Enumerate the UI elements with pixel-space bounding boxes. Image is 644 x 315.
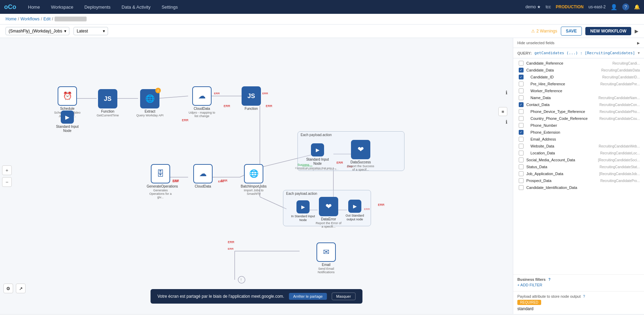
- help-icon[interactable]: ?: [622, 3, 629, 10]
- field-checkbox[interactable]: [519, 137, 524, 142]
- cloud-icon1: ☁: [198, 92, 206, 101]
- user-label[interactable]: demo ★: [526, 4, 541, 9]
- workflow-canvas-area[interactable]: + − ERR ERR ERR ERR ER: [0, 38, 513, 314]
- node-standard-input3[interactable]: ▶ In Standard Input Node: [289, 200, 317, 222]
- business-filters-label: Business filters ?: [517, 277, 640, 281]
- field-row[interactable]: Candidate_Identification_Data: [513, 184, 644, 191]
- workflow-selector[interactable]: (SmashFly)_(Workday)_Jobs ▾: [6, 27, 69, 35]
- node-out[interactable]: ▶ Out Standard output node: [341, 200, 369, 221]
- node-func1-label: Function: [245, 107, 258, 111]
- field-row[interactable]: Name_DataRecruitingCandidateNam...: [513, 94, 644, 101]
- filter-icon[interactable]: ≡: [498, 107, 507, 116]
- err-label5: ERR: [221, 179, 227, 182]
- js-icon2: JS: [247, 93, 255, 100]
- stop-sharing-button[interactable]: Arrêter le partage: [289, 293, 327, 300]
- field-checkbox[interactable]: [519, 109, 524, 114]
- version-label: Latest: [77, 29, 88, 34]
- field-checkbox[interactable]: ✓: [519, 130, 524, 135]
- business-filters-section: Business filters ? + ADD FILTER: [513, 274, 644, 291]
- field-checkbox[interactable]: [519, 171, 524, 176]
- nav-data-activity[interactable]: Data & Activity: [119, 3, 153, 11]
- node-data-success[interactable]: ❤ DataSuccess Report the Success of a sp…: [347, 140, 374, 171]
- field-row[interactable]: Candidate_ReferenceRecruitingCandi...: [513, 60, 644, 67]
- field-row[interactable]: Website_DataRecruitingCandidateWeb...: [513, 143, 644, 150]
- field-checkbox[interactable]: [519, 116, 524, 121]
- node-generate-ops[interactable]: 🗄 GenerateOperations Generates Operation…: [147, 164, 174, 199]
- field-row[interactable]: Pre_Hire_ReferenceRecruitingCandidatePre…: [513, 80, 644, 87]
- node-data-error[interactable]: ❤ DataError Report the Error of a specif…: [315, 197, 342, 228]
- hide-button[interactable]: Masquer: [332, 293, 355, 300]
- field-row[interactable]: Job_Application_Data[RecruitingCandidate…: [513, 170, 644, 177]
- warnings-badge[interactable]: ⚠ 2 Warnings: [531, 29, 557, 34]
- field-checkbox[interactable]: ✓: [519, 75, 524, 79]
- nav-settings[interactable]: Settings: [159, 3, 180, 11]
- node-function1[interactable]: JS Function: [242, 86, 261, 111]
- field-row[interactable]: Location_DataRecruitingCandidateLoc...: [513, 150, 644, 156]
- field-row[interactable]: Country_Phone_Code_ReferenceRecruitingCa…: [513, 115, 644, 122]
- user-icon[interactable]: 👤: [611, 4, 617, 10]
- field-row[interactable]: Email_Address: [513, 136, 644, 143]
- field-row[interactable]: Prospect_DataRecruitingCandidatePro...: [513, 177, 644, 184]
- field-row[interactable]: Worker_Reference: [513, 87, 644, 94]
- workflow-dropdown-icon: ▾: [64, 29, 66, 34]
- field-checkbox[interactable]: ✓: [519, 102, 524, 107]
- field-checkbox[interactable]: [519, 82, 524, 86]
- field-name-label: Social_Media_Account_Data: [526, 158, 595, 162]
- info-icon1[interactable]: ℹ: [506, 90, 507, 95]
- nav-home[interactable]: Home: [26, 3, 42, 11]
- payload-help-icon[interactable]: ?: [583, 295, 585, 298]
- node-standard-input1[interactable]: ▶ Standard Input Node: [53, 111, 81, 133]
- expand-icon[interactable]: ▶: [635, 28, 638, 34]
- node-get-current-time[interactable]: JS Function GetCurrentTime: [97, 89, 119, 117]
- node-standard-input2[interactable]: ▶ Standard Input Node: [304, 143, 331, 166]
- field-checkbox[interactable]: [519, 123, 524, 128]
- version-selector[interactable]: Latest ▾: [74, 27, 108, 35]
- field-row[interactable]: Status_DataRecruitingCandidateStat...: [513, 163, 644, 170]
- field-row[interactable]: Phone_Device_Type_ReferenceRecruitingCan…: [513, 108, 644, 115]
- save-button[interactable]: SAVE: [561, 27, 582, 36]
- breadcrumb-home[interactable]: Home: [6, 17, 17, 21]
- field-checkbox[interactable]: [519, 144, 524, 149]
- zoom-in-button[interactable]: +: [2, 165, 12, 175]
- field-checkbox[interactable]: [519, 164, 524, 169]
- play-icon1: ▶: [65, 114, 69, 121]
- settings-tool-button[interactable]: ⚙: [3, 284, 13, 293]
- field-checkbox[interactable]: [519, 178, 524, 183]
- field-row[interactable]: ✓Candidate_IDRecruitingCandidateID...: [513, 74, 644, 80]
- field-row[interactable]: ✓Candidate_DataRecruitingCandidateData: [513, 67, 644, 74]
- node-cloudata1[interactable]: ☁ CloudData Udpro - mapping to list chan…: [188, 86, 216, 118]
- breadcrumb-workflows[interactable]: Workflows: [20, 17, 39, 21]
- bell-icon[interactable]: 🔔: [634, 4, 640, 10]
- field-checkbox[interactable]: [519, 95, 524, 100]
- env2-label[interactable]: PRODUCTION: [556, 4, 584, 9]
- field-row[interactable]: Phone_Number: [513, 122, 644, 129]
- info-icon2[interactable]: ℹ: [506, 119, 507, 125]
- field-checkbox[interactable]: [519, 61, 524, 66]
- panel-expand-icon[interactable]: ▶: [637, 41, 640, 45]
- field-checkbox[interactable]: [519, 158, 524, 162]
- field-checkbox[interactable]: [519, 185, 524, 190]
- share-tool-button[interactable]: ↗: [16, 284, 26, 293]
- new-workflow-button[interactable]: NEW WORKFLOW: [585, 27, 631, 35]
- add-filter-button[interactable]: + ADD FILTER: [517, 281, 640, 288]
- warn-badge: ⚠: [155, 88, 161, 93]
- field-checkbox[interactable]: ✓: [519, 68, 524, 73]
- nav-deployments[interactable]: Deployments: [82, 3, 113, 11]
- zoom-out-button[interactable]: −: [2, 177, 12, 187]
- query-expand-icon[interactable]: ▾: [638, 51, 640, 55]
- node-cloudata2[interactable]: ☁ CloudData: [193, 164, 213, 189]
- node-email[interactable]: ✉ Email Send Email Notifications: [312, 242, 340, 274]
- field-checkbox[interactable]: [519, 151, 524, 155]
- field-row[interactable]: ✓Contact_DataRecruitingCandidateCon...: [513, 101, 644, 108]
- node-query-workday[interactable]: 🌐 ⚠ Extract Query Workday API: [136, 89, 164, 117]
- field-row[interactable]: Social_Media_Account_Data[RecruitingCand…: [513, 156, 644, 163]
- field-checkbox[interactable]: [519, 88, 524, 93]
- env1-label[interactable]: tcc: [546, 4, 551, 9]
- node-batch-import[interactable]: 🌐 BatchImportJobs Import Jobs to SmashFl…: [240, 164, 267, 195]
- filters-help-icon[interactable]: ?: [548, 278, 550, 281]
- breadcrumb-edit[interactable]: Edit: [43, 17, 51, 21]
- right-panel: Hide unselected fields ▶ QUERY: getCandi…: [513, 38, 644, 314]
- field-type-label: RecruitingCandidateData: [601, 68, 640, 72]
- field-row[interactable]: ✓Phone_Extension: [513, 129, 644, 136]
- nav-workspace[interactable]: Workspace: [49, 3, 76, 11]
